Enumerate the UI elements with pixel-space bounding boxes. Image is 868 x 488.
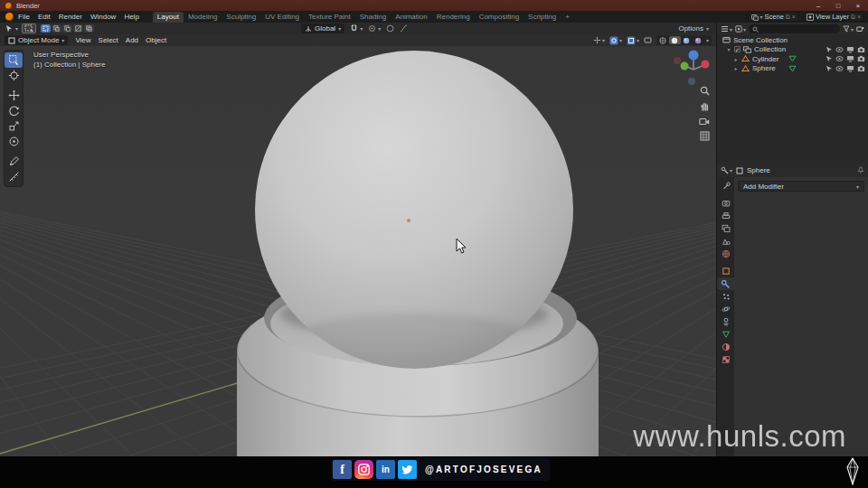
select-mode-intersect-button[interactable] bbox=[84, 24, 94, 33]
selectable-icon[interactable] bbox=[826, 46, 833, 53]
shading-dropdown[interactable]: ▾ bbox=[706, 37, 709, 43]
maximize-button[interactable]: □ bbox=[828, 0, 848, 11]
3d-viewport[interactable]: User Perspective (1) Collection | Sphere bbox=[0, 46, 716, 456]
selectable-icon[interactable] bbox=[826, 55, 833, 62]
outliner-display-mode-dropdown[interactable]: ▾ bbox=[721, 25, 732, 33]
snap-target-dropdown[interactable]: ▾ bbox=[368, 24, 381, 33]
new-scene-icon[interactable]: ⧉ bbox=[786, 14, 790, 21]
select-mode-set-button[interactable] bbox=[41, 24, 51, 33]
menu-render[interactable]: Render bbox=[59, 13, 82, 21]
tab-particles[interactable] bbox=[717, 290, 734, 303]
scale-tool[interactable] bbox=[5, 118, 23, 134]
outliner-row-collection[interactable]: ▾ ✓ Collection bbox=[717, 45, 868, 55]
gizmo-z-axis[interactable] bbox=[689, 51, 699, 61]
outliner-search-input[interactable] bbox=[749, 24, 840, 33]
measure-tool[interactable] bbox=[5, 169, 23, 184]
remove-view-layer-button[interactable]: × bbox=[857, 14, 861, 20]
select-mode-subtract-button[interactable] bbox=[62, 24, 72, 33]
outliner-row-cylinder[interactable]: ▸ Cylinder bbox=[717, 54, 868, 64]
tab-scripting[interactable]: Scripting bbox=[524, 12, 561, 23]
tab-world[interactable] bbox=[717, 248, 734, 260]
tab-animation[interactable]: Animation bbox=[391, 12, 432, 23]
close-button[interactable]: × bbox=[848, 0, 868, 11]
select-mode-invert-button[interactable] bbox=[73, 24, 83, 33]
tab-constraints[interactable] bbox=[717, 315, 734, 328]
snap-toggle[interactable]: ▾ bbox=[350, 24, 363, 33]
tab-texture[interactable] bbox=[717, 353, 734, 366]
tab-shading[interactable]: Shading bbox=[355, 12, 391, 23]
tool-dropdown[interactable]: ▾ bbox=[5, 24, 18, 33]
menu-select[interactable]: Select bbox=[99, 36, 118, 44]
disable-render-icon[interactable] bbox=[857, 46, 865, 53]
transform-orientation-dropdown[interactable]: Global ▾ bbox=[301, 23, 344, 33]
gizmo-y-axis[interactable] bbox=[681, 62, 689, 70]
tab-uv-editing[interactable]: UV Editing bbox=[260, 12, 304, 23]
new-collection-button[interactable] bbox=[856, 25, 864, 33]
transform-tool[interactable] bbox=[5, 134, 23, 149]
add-modifier-button[interactable]: Add Modifier ▾ bbox=[738, 181, 864, 192]
shading-wireframe-button[interactable] bbox=[657, 36, 669, 44]
tab-physics[interactable] bbox=[717, 303, 734, 315]
blender-menu-icon[interactable] bbox=[5, 13, 14, 21]
menu-edit[interactable]: Edit bbox=[38, 13, 51, 21]
scene-selector[interactable]: ▾ Scene ⧉ × bbox=[748, 12, 799, 22]
select-box-tool[interactable] bbox=[5, 52, 23, 68]
gizmo-x-axis[interactable] bbox=[702, 61, 710, 69]
tab-tool[interactable] bbox=[717, 180, 734, 192]
tab-object-data[interactable] bbox=[717, 328, 734, 341]
select-mode-extend-button[interactable] bbox=[52, 24, 61, 33]
rotate-tool[interactable] bbox=[5, 103, 23, 118]
tool-options-dropdown[interactable]: Options ▾ bbox=[678, 24, 709, 33]
unlink-scene-button[interactable]: × bbox=[792, 14, 796, 20]
xray-shading-dropdown[interactable]: ▾ bbox=[627, 36, 639, 45]
tab-layout[interactable]: Layout bbox=[153, 12, 184, 23]
tab-material[interactable] bbox=[717, 341, 734, 353]
show-gizmos-dropdown[interactable]: ▾ bbox=[593, 36, 605, 44]
view-layer-selector[interactable]: View Layer ⧉ × bbox=[803, 12, 864, 22]
tab-object[interactable] bbox=[717, 265, 734, 277]
tab-view-layer[interactable] bbox=[717, 222, 734, 235]
disable-viewport-icon[interactable] bbox=[846, 65, 854, 72]
menu-object[interactable]: Object bbox=[146, 36, 166, 44]
3d-scene[interactable] bbox=[0, 46, 716, 456]
proportional-editing-toggle[interactable] bbox=[386, 24, 394, 33]
properties-editor-dropdown[interactable]: ▾ bbox=[721, 166, 732, 174]
toggle-xray-button[interactable] bbox=[644, 36, 652, 44]
shading-material-button[interactable] bbox=[681, 36, 693, 44]
add-workspace-button[interactable]: + bbox=[561, 12, 574, 23]
tab-modeling[interactable]: Modeling bbox=[184, 12, 222, 23]
outliner-filter-funnel-dropdown[interactable]: ▾ bbox=[843, 25, 854, 33]
shading-rendered-button[interactable] bbox=[693, 36, 704, 44]
box-select-tool-button[interactable] bbox=[22, 23, 36, 33]
move-tool[interactable] bbox=[5, 88, 23, 103]
tab-texture-paint[interactable]: Texture Paint bbox=[304, 12, 355, 23]
outliner-row-sphere[interactable]: ▸ Sphere bbox=[717, 64, 868, 74]
minimize-button[interactable]: – bbox=[808, 0, 828, 11]
camera-view-icon[interactable] bbox=[699, 117, 710, 126]
disable-render-icon[interactable] bbox=[857, 55, 865, 62]
gizmo-z-neg[interactable] bbox=[688, 78, 695, 85]
annotate-tool[interactable] bbox=[5, 154, 23, 169]
overlays-dropdown[interactable]: ▾ bbox=[609, 36, 622, 45]
hide-eye-icon[interactable] bbox=[835, 55, 844, 62]
disable-viewport-icon[interactable] bbox=[846, 55, 854, 62]
pan-hand-icon[interactable] bbox=[700, 101, 710, 111]
menu-help[interactable]: Help bbox=[124, 13, 138, 21]
gizmo-x-neg[interactable] bbox=[674, 57, 681, 64]
hide-eye-icon[interactable] bbox=[835, 65, 844, 72]
menu-view[interactable]: View bbox=[75, 36, 90, 44]
menu-file[interactable]: File bbox=[18, 13, 30, 21]
menu-add[interactable]: Add bbox=[126, 36, 138, 44]
zoom-icon[interactable] bbox=[700, 86, 710, 96]
tab-sculpting[interactable]: Sculpting bbox=[222, 12, 260, 23]
outliner-row-scene-collection[interactable]: Scene Collection bbox=[717, 35, 868, 45]
orthographic-grid-icon[interactable] bbox=[700, 131, 710, 141]
hide-eye-icon[interactable] bbox=[835, 46, 844, 53]
tab-scene[interactable] bbox=[717, 235, 734, 248]
disable-render-icon[interactable] bbox=[857, 65, 865, 72]
proportional-falloff-icon[interactable] bbox=[400, 24, 408, 33]
tab-rendering[interactable]: Rendering bbox=[432, 12, 475, 23]
new-view-layer-icon[interactable]: ⧉ bbox=[851, 14, 855, 21]
tab-output[interactable] bbox=[717, 210, 734, 222]
selectable-icon[interactable] bbox=[826, 65, 833, 72]
